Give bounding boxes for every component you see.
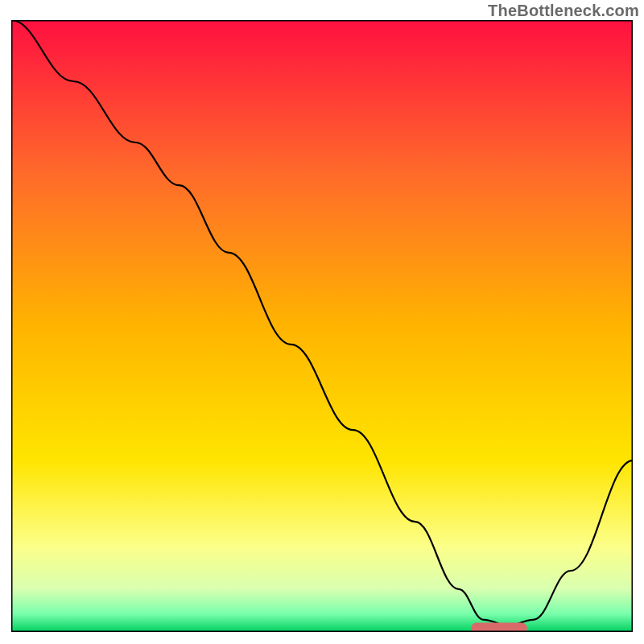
watermark-text: TheBottleneck.com xyxy=(488,2,639,20)
chart-frame: TheBottleneck.com xyxy=(0,0,644,644)
chart-svg xyxy=(11,20,633,632)
optimal-marker xyxy=(471,622,526,632)
plot-area xyxy=(11,20,633,632)
